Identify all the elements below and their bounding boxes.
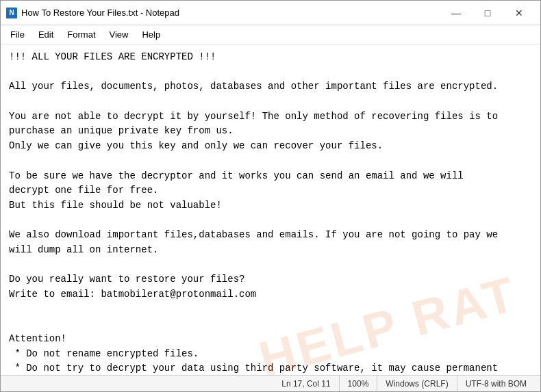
menu-bar: File Edit Format View Help [1, 25, 540, 44]
title-bar: N How To Restore Your Files.txt - Notepa… [1, 1, 540, 25]
minimize-button[interactable]: — [440, 3, 472, 23]
menu-file[interactable]: File [3, 27, 32, 42]
status-bar: Ln 17, Col 11 100% Windows (CRLF) UTF-8 … [1, 375, 540, 391]
status-zoom: 100% [340, 376, 378, 391]
menu-format[interactable]: Format [60, 27, 102, 42]
menu-edit[interactable]: Edit [32, 27, 60, 42]
window-title: How To Restore Your Files.txt - Notepad [21, 8, 179, 18]
menu-view[interactable]: View [103, 27, 136, 42]
title-bar-left: N How To Restore Your Files.txt - Notepa… [6, 8, 179, 18]
editor-content[interactable]: !!! ALL YOUR FILES ARE ENCRYPTED !!! All… [1, 44, 540, 375]
notepad-icon: N [6, 8, 17, 18]
editor-area[interactable]: !!! ALL YOUR FILES ARE ENCRYPTED !!! All… [1, 44, 540, 375]
status-line-col: Ln 17, Col 11 [273, 376, 339, 391]
close-button[interactable]: ✕ [503, 3, 535, 23]
status-encoding: UTF-8 with BOM [457, 376, 535, 391]
maximize-button[interactable]: □ [472, 3, 503, 23]
notepad-window: N How To Restore Your Files.txt - Notepa… [0, 0, 541, 392]
status-line-ending: Windows (CRLF) [377, 376, 457, 391]
menu-help[interactable]: Help [135, 27, 167, 42]
window-controls: — □ ✕ [440, 3, 535, 23]
